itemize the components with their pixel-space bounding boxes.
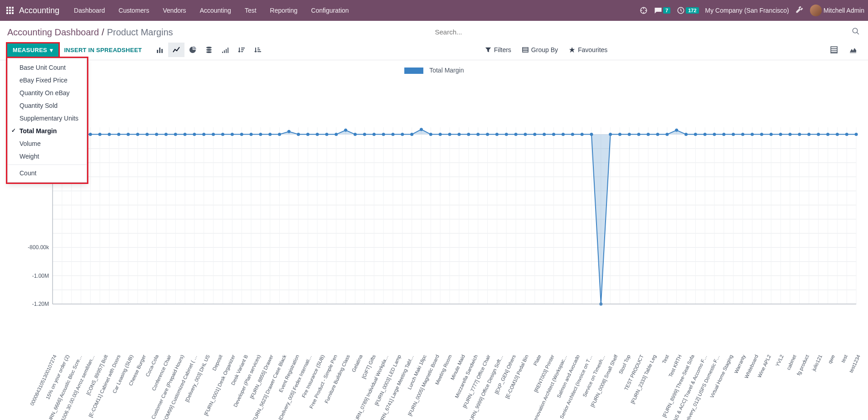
svg-point-16 — [206, 47, 212, 48]
svg-point-143 — [98, 133, 102, 136]
settings-icon[interactable] — [795, 6, 804, 14]
measure-option[interactable]: Total Margin — [8, 125, 87, 137]
user-menu[interactable]: Mitchell Admin — [810, 5, 864, 16]
menu-accounting[interactable]: Accounting — [194, 4, 238, 17]
breadcrumb-parent[interactable]: Accounting Dashboard — [7, 27, 99, 38]
svg-point-218 — [807, 133, 810, 136]
line-chart-icon[interactable] — [168, 43, 184, 57]
measure-option[interactable]: Volume — [8, 137, 87, 150]
svg-point-212 — [751, 133, 754, 136]
svg-point-142 — [89, 133, 92, 136]
search — [434, 25, 861, 39]
measure-option-count[interactable]: Count — [8, 167, 87, 179]
bar-chart-icon[interactable] — [152, 43, 168, 57]
sort-asc-icon[interactable] — [250, 43, 266, 57]
measure-option[interactable]: Base Unit Count — [8, 61, 87, 74]
svg-point-215 — [779, 133, 782, 136]
menu-customers[interactable]: Customers — [112, 4, 156, 17]
svg-rect-13 — [157, 50, 158, 53]
pivot-view-icon[interactable] — [826, 43, 842, 57]
x-axis-ticks: 0000843105130010727415% on your order (2… — [53, 354, 856, 420]
svg-point-174 — [391, 133, 394, 136]
company-switcher[interactable]: My Company (San Francisco) — [705, 7, 789, 14]
svg-point-173 — [382, 133, 385, 136]
graph-view-icon[interactable] — [845, 43, 861, 57]
measure-option[interactable]: Quantity On eBay — [8, 87, 87, 99]
svg-rect-20 — [224, 50, 225, 53]
pie-chart-icon[interactable] — [184, 43, 201, 57]
activities-icon[interactable]: 172 — [677, 6, 698, 14]
support-icon[interactable] — [640, 6, 648, 14]
svg-point-210 — [732, 133, 735, 136]
svg-point-11 — [853, 28, 858, 33]
svg-point-146 — [126, 133, 130, 136]
svg-point-199 — [628, 133, 631, 136]
svg-point-159 — [250, 133, 253, 136]
stack-chart-icon[interactable] — [201, 43, 217, 57]
menu-test[interactable]: Test — [238, 4, 263, 17]
favourites-button[interactable]: Favourites — [569, 46, 607, 53]
top-menu: Dashboard Customers Vendors Accounting T… — [68, 4, 355, 17]
svg-rect-31 — [523, 51, 528, 53]
svg-point-190 — [543, 133, 546, 136]
filters-button[interactable]: Filters — [485, 46, 511, 53]
measures-button[interactable]: MEASURES ▾ — [7, 43, 58, 57]
search-icon[interactable] — [852, 27, 860, 37]
svg-point-172 — [373, 133, 376, 136]
svg-point-177 — [420, 128, 423, 131]
svg-point-223 — [855, 133, 858, 136]
svg-point-208 — [713, 133, 716, 136]
groupby-button[interactable]: Group By — [522, 46, 558, 53]
svg-rect-2 — [12, 7, 14, 9]
measure-option[interactable]: eBay Fixed Price — [8, 74, 87, 87]
user-name: Mitchell Admin — [824, 7, 864, 14]
svg-point-181 — [457, 133, 461, 136]
messages-icon[interactable]: 7 — [654, 6, 670, 14]
app-brand[interactable]: Accounting — [19, 6, 59, 15]
svg-rect-1 — [9, 7, 11, 9]
topbar: Accounting Dashboard Customers Vendors A… — [0, 0, 868, 21]
svg-point-145 — [117, 133, 121, 136]
topbar-right: 7 172 My Company (San Francisco) Mitchel… — [640, 5, 864, 16]
breadcrumb-current: Product Margins — [107, 27, 173, 38]
menu-configuration[interactable]: Configuration — [305, 4, 355, 17]
svg-rect-4 — [9, 10, 11, 11]
svg-point-189 — [533, 133, 536, 136]
activities-badge: 172 — [686, 7, 698, 14]
svg-point-175 — [401, 133, 404, 136]
svg-point-198 — [618, 133, 621, 136]
svg-point-184 — [486, 133, 489, 136]
svg-point-201 — [647, 133, 650, 136]
svg-point-162 — [278, 133, 281, 136]
apps-icon[interactable] — [4, 4, 16, 17]
measure-option[interactable]: Weight — [8, 150, 87, 163]
insert-spreadsheet-button[interactable]: INSERT IN SPREADSHEET — [61, 43, 145, 57]
measure-option[interactable]: Quantity Sold — [8, 99, 87, 112]
svg-point-147 — [136, 133, 139, 136]
svg-point-156 — [221, 133, 224, 136]
menu-dashboard[interactable]: Dashboard — [68, 4, 112, 17]
svg-point-185 — [495, 133, 499, 136]
menu-reporting[interactable]: Reporting — [264, 4, 304, 17]
chart-legend: Total Margin — [7, 67, 861, 74]
svg-text:-800.00k: -800.00k — [28, 244, 49, 251]
svg-point-192 — [562, 133, 565, 136]
svg-point-216 — [788, 133, 791, 136]
svg-point-18 — [206, 51, 212, 53]
svg-point-167 — [325, 133, 328, 136]
svg-rect-21 — [226, 49, 227, 53]
svg-point-207 — [703, 133, 707, 136]
svg-point-178 — [429, 133, 432, 136]
svg-point-149 — [155, 133, 158, 136]
svg-point-180 — [448, 133, 451, 136]
search-input[interactable] — [434, 25, 861, 39]
svg-point-206 — [694, 133, 697, 136]
svg-text:-1.20M: -1.20M — [32, 301, 49, 307]
svg-point-160 — [259, 133, 262, 136]
ascending-icon[interactable] — [217, 43, 233, 57]
sort-desc-icon[interactable] — [233, 43, 250, 57]
svg-point-220 — [826, 133, 829, 136]
svg-point-150 — [165, 133, 168, 136]
menu-vendors[interactable]: Vendors — [156, 4, 192, 17]
measure-option[interactable]: Supplementary Units — [8, 112, 87, 125]
